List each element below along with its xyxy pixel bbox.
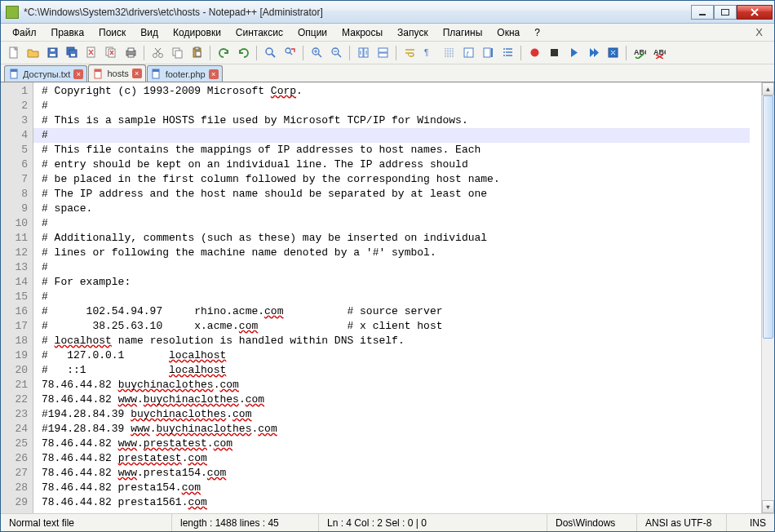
zoom-in-icon[interactable] — [308, 44, 326, 62]
tab-2[interactable]: footer.php× — [147, 65, 223, 82]
code-line[interactable]: # The IP address and the host name shoul… — [42, 187, 761, 202]
scroll-down-button[interactable]: ▼ — [762, 500, 774, 513]
sync-h-icon[interactable] — [374, 44, 392, 62]
tab-0[interactable]: Доступы.txt× — [4, 65, 87, 82]
minimize-button[interactable] — [691, 5, 714, 20]
spell-check-off-icon[interactable]: ABC — [650, 44, 668, 62]
code-line[interactable]: # This file contains the mappings of IP … — [42, 143, 761, 157]
cut-icon[interactable] — [148, 44, 166, 62]
open-file-icon[interactable] — [24, 44, 42, 62]
svg-rect-4 — [50, 54, 55, 56]
titlebar[interactable]: *C:\Windows\System32\drivers\etc\hosts -… — [1, 1, 774, 24]
show-all-icon[interactable]: ¶ — [420, 44, 438, 62]
code-line[interactable]: #194.28.84.39 www.buychinaclothes.com — [42, 422, 761, 437]
close-icon[interactable] — [82, 44, 100, 62]
tab-close-icon[interactable]: × — [132, 69, 142, 78]
func-list-icon[interactable] — [498, 44, 516, 62]
menubar-close-icon[interactable]: X — [749, 26, 769, 38]
svg-text:ƒ: ƒ — [466, 50, 469, 57]
code-line[interactable]: 78.46.44.82 www.buychinaclothes.com — [42, 392, 761, 407]
code-line[interactable]: # 102.54.94.97 rhino.acme.com # source s… — [42, 304, 761, 319]
code-line[interactable]: # — [42, 99, 761, 113]
menu-item-3[interactable]: Вид — [134, 25, 165, 40]
close-all-icon[interactable] — [102, 44, 120, 62]
window-close-button[interactable] — [737, 5, 773, 20]
code-line[interactable]: #194.28.84.39 buychinaclothes.com — [42, 407, 761, 422]
menu-item-9[interactable]: Плагины — [436, 25, 489, 40]
menu-item-8[interactable]: Запуск — [391, 25, 435, 40]
lang-icon[interactable]: ƒ — [459, 44, 477, 62]
zoom-out-icon[interactable] — [327, 44, 345, 62]
svg-rect-18 — [175, 51, 182, 58]
redo-icon[interactable] — [234, 44, 252, 62]
scroll-up-button[interactable]: ▲ — [762, 82, 774, 95]
code-line[interactable]: # For example: — [42, 275, 761, 290]
status-encoding: ANSI as UTF-8 — [637, 514, 727, 531]
menu-item-0[interactable]: Файл — [6, 25, 43, 40]
maximize-button[interactable] — [714, 5, 737, 20]
svg-point-35 — [530, 49, 538, 57]
code-line[interactable]: # 38.25.63.10 x.acme.com # x client host — [42, 319, 761, 334]
code-line[interactable]: # lines or following the machine name de… — [42, 246, 761, 260]
code-line[interactable]: # space. — [42, 202, 761, 216]
menu-item-10[interactable]: Окна — [490, 25, 526, 40]
code-line[interactable]: # 127.0.0.1 localhost — [42, 348, 761, 363]
code-line[interactable]: # Additionally, comments (such as these)… — [42, 231, 761, 246]
play-multi-icon[interactable] — [584, 44, 602, 62]
code-line[interactable]: # Copyright (c) 1993-2009 Microsoft Corp… — [42, 84, 761, 99]
svg-rect-8 — [71, 54, 75, 56]
vertical-scrollbar[interactable]: ▲ ▼ — [761, 82, 774, 513]
status-ins: INS — [727, 514, 774, 531]
copy-icon[interactable] — [168, 44, 186, 62]
code-line[interactable]: 78.46.44.82 presta154.com — [42, 481, 761, 495]
save-all-icon[interactable] — [63, 44, 81, 62]
scrollbar-thumb[interactable] — [763, 95, 773, 339]
editor-area[interactable]: 1234567891011121314151617181920212223242… — [1, 82, 774, 513]
stop-macro-icon[interactable] — [545, 44, 563, 62]
code-line[interactable]: # This is a sample HOSTS file used by Mi… — [42, 113, 761, 128]
code-line[interactable]: 78.46.44.82 www.presta154.com — [42, 466, 761, 481]
code-line[interactable]: 78.46.44.82 buychinaclothes.com — [42, 378, 761, 392]
code-line[interactable]: # — [42, 260, 761, 275]
code-line[interactable]: 78.46.44.82 presta1561.com — [42, 495, 761, 510]
spell-check-on-icon[interactable]: ABC — [631, 44, 649, 62]
wrap-icon[interactable] — [401, 44, 418, 62]
replace-icon[interactable] — [281, 44, 299, 62]
code-content[interactable]: # Copyright (c) 1993-2009 Microsoft Corp… — [33, 82, 761, 513]
save-macro-icon[interactable] — [604, 44, 622, 62]
undo-icon[interactable] — [215, 44, 232, 62]
code-line[interactable]: 78.46.44.82 prestatest.com — [42, 451, 761, 466]
tab-1[interactable]: hosts× — [88, 64, 145, 82]
paste-icon[interactable] — [188, 44, 206, 62]
code-line[interactable]: # entry should be kept on an individual … — [42, 157, 761, 172]
code-line[interactable]: # be placed in the first column followed… — [42, 172, 761, 187]
menu-item-11[interactable]: ? — [528, 25, 547, 40]
line-number: 26 — [1, 451, 28, 466]
play-macro-icon[interactable] — [565, 44, 582, 62]
code-line[interactable]: # — [42, 290, 761, 304]
menu-item-4[interactable]: Кодировки — [166, 25, 228, 40]
menu-item-5[interactable]: Синтаксис — [229, 25, 290, 40]
find-icon[interactable] — [261, 44, 279, 62]
doc-map-icon[interactable] — [479, 44, 497, 62]
scrollbar-track[interactable] — [762, 95, 774, 500]
code-line[interactable]: # ::1 localhost — [42, 363, 761, 378]
save-icon[interactable] — [43, 44, 61, 62]
menu-item-6[interactable]: Опции — [291, 25, 334, 40]
code-line[interactable]: 78.46.44.82 www.prestatest.com — [42, 437, 761, 451]
menu-item-1[interactable]: Правка — [45, 25, 91, 40]
menu-item-7[interactable]: Макросы — [335, 25, 389, 40]
record-macro-icon[interactable] — [525, 44, 543, 62]
code-line[interactable]: # — [42, 216, 761, 231]
new-file-icon[interactable] — [4, 44, 22, 62]
svg-text:ABC: ABC — [634, 48, 646, 56]
code-line[interactable]: # localhost name resolution is handled w… — [42, 334, 761, 348]
print-icon[interactable] — [122, 44, 140, 62]
menu-item-2[interactable]: Поиск — [92, 25, 132, 40]
indent-guide-icon[interactable] — [440, 44, 458, 62]
line-number: 17 — [1, 319, 28, 334]
tab-close-icon[interactable]: × — [209, 69, 219, 79]
sync-v-icon[interactable] — [354, 44, 372, 62]
toolbar: ¶ƒABCABC — [1, 42, 774, 64]
tab-close-icon[interactable]: × — [73, 69, 83, 79]
